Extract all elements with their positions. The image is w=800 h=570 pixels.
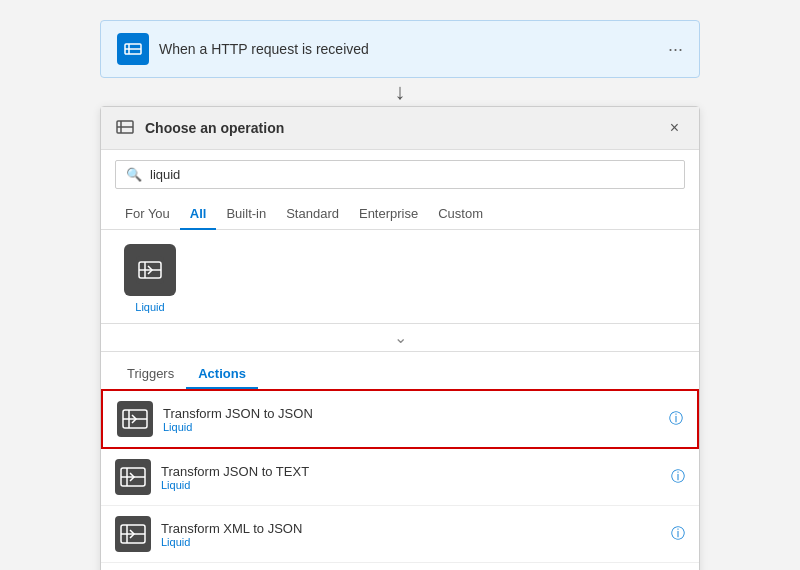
action-text-2: Transform JSON to TEXT Liquid (161, 464, 661, 491)
action-sub-1: Liquid (163, 421, 659, 433)
http-icon (117, 33, 149, 65)
connector-arrow: ↓ (385, 78, 415, 106)
tab-all[interactable]: All (180, 199, 217, 230)
tab-for-you[interactable]: For You (115, 199, 180, 230)
choose-operation-panel: Choose an operation × 🔍 For You All Buil… (100, 106, 700, 570)
search-box: 🔍 (115, 160, 685, 189)
action-sub-2: Liquid (161, 479, 661, 491)
action-icon-1 (117, 401, 153, 437)
tabs-bar: For You All Built-in Standard Enterprise… (101, 199, 699, 230)
panel-title: Choose an operation (145, 120, 284, 136)
search-icon: 🔍 (126, 167, 142, 182)
action-name-1: Transform JSON to JSON (163, 406, 659, 421)
action-name-3: Transform XML to JSON (161, 521, 661, 536)
action-item-3[interactable]: Transform XML to JSON Liquid ⓘ (101, 506, 699, 563)
sub-tab-triggers[interactable]: Triggers (115, 360, 186, 389)
panel-header: Choose an operation × (101, 107, 699, 150)
action-icon-2 (115, 459, 151, 495)
action-info-3[interactable]: ⓘ (671, 525, 685, 543)
tab-enterprise[interactable]: Enterprise (349, 199, 428, 230)
liquid-connector-label: Liquid (135, 301, 164, 313)
tab-custom[interactable]: Custom (428, 199, 493, 230)
tab-built-in[interactable]: Built-in (216, 199, 276, 230)
close-button[interactable]: × (664, 117, 685, 139)
action-name-2: Transform JSON to TEXT (161, 464, 661, 479)
http-block-left: When a HTTP request is received (117, 33, 369, 65)
http-block-menu[interactable]: ··· (668, 39, 683, 60)
action-info-2[interactable]: ⓘ (671, 468, 685, 486)
action-list: Transform JSON to JSON Liquid ⓘ Transfor (101, 389, 699, 570)
action-item-1[interactable]: Transform JSON to JSON Liquid ⓘ (101, 389, 699, 449)
action-item-4[interactable]: Transform XML to TEXT Liquid ⓘ (101, 563, 699, 570)
search-input[interactable] (150, 167, 674, 182)
action-text-1: Transform JSON to JSON Liquid (163, 406, 659, 433)
sub-tabs-bar: Triggers Actions (101, 352, 699, 389)
action-icon-3 (115, 516, 151, 552)
action-text-3: Transform XML to JSON Liquid (161, 521, 661, 548)
http-request-block: When a HTTP request is received ··· (100, 20, 700, 78)
action-item-2[interactable]: Transform JSON to TEXT Liquid ⓘ (101, 449, 699, 506)
canvas: When a HTTP request is received ··· ↓ Ch… (20, 20, 780, 570)
panel-header-icon (115, 117, 137, 139)
action-sub-3: Liquid (161, 536, 661, 548)
connector-section: Liquid (101, 230, 699, 324)
http-block-title: When a HTTP request is received (159, 41, 369, 57)
tab-standard[interactable]: Standard (276, 199, 349, 230)
panel-header-left: Choose an operation (115, 117, 284, 139)
sub-tab-actions[interactable]: Actions (186, 360, 258, 389)
action-info-1[interactable]: ⓘ (669, 410, 683, 428)
liquid-connector[interactable]: Liquid (115, 244, 185, 313)
chevron-expand[interactable]: ⌄ (101, 324, 699, 352)
liquid-connector-icon (124, 244, 176, 296)
